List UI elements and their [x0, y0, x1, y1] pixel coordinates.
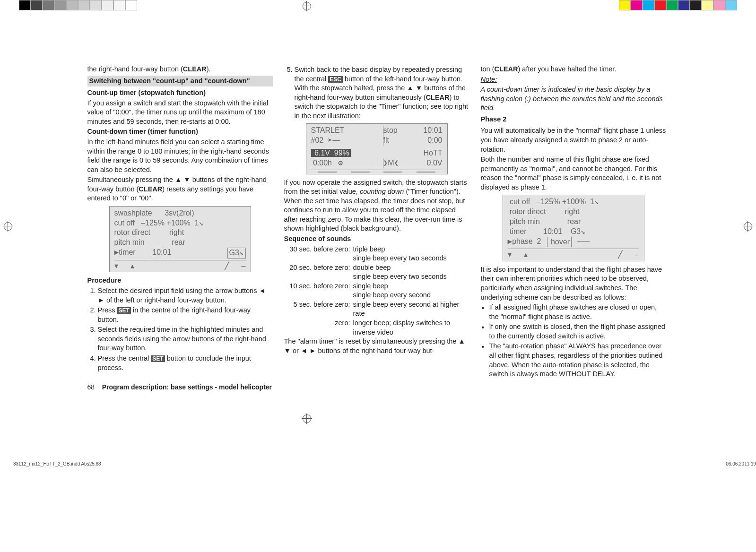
lcd-panel-2: STARLET stop 10:01 #02 ➤― flt 0:00 6.1V … — [306, 123, 448, 174]
tick-icon: ╱ — [225, 261, 229, 271]
text: Simultaneously pressing the ▲ ▼ buttons … — [87, 175, 273, 203]
set-label: SET — [117, 307, 131, 314]
down-arrow-icon: ▾ — [508, 250, 512, 260]
note-heading: Note: — [481, 75, 666, 85]
heading-phase-2: Phase 2 — [481, 115, 666, 126]
heading-procedure: Procedure — [87, 276, 273, 285]
tick-icon: ╱ — [618, 250, 623, 260]
text: The "alarm timer" is reset by simultaneo… — [284, 337, 469, 355]
page-content: the right-hand four-way button (CLEAR). … — [87, 65, 669, 380]
text: It is also important to understand that … — [481, 265, 666, 302]
dash-icon: – — [242, 261, 246, 271]
list-item: Select the desired input field using the… — [98, 286, 273, 305]
lcd-panel-3: cut off –125% +100% 1↘ rotor direct righ… — [503, 195, 644, 261]
text: You will automatically be in the "normal… — [481, 126, 666, 154]
column-2: Switch back to the basic display by repe… — [284, 65, 469, 380]
list-item: Switch back to the basic display by repe… — [295, 65, 469, 121]
dash-icon: – — [635, 250, 639, 260]
text: If you now operate the assigned switch, … — [284, 178, 469, 233]
page-number: 68 — [87, 383, 95, 391]
heading-count-down: Count-down timer (timer function) — [87, 127, 273, 137]
procedure-list-cont: Switch back to the basic display by repe… — [284, 65, 469, 121]
registration-mark-icon — [303, 2, 311, 10]
priority-list: If all assigned flight phase switches ar… — [481, 303, 666, 379]
set-label: SET — [151, 355, 165, 362]
heading-sounds: Sequence of sounds — [284, 234, 469, 244]
registration-mark-icon — [4, 222, 12, 231]
file-info: 33112_mx12_HoTT_2_GB.indd Abs25:68 — [13, 461, 101, 467]
column-3: ton (CLEAR) after you have halted the ti… — [481, 65, 666, 380]
list-item: Select the required time in the highligh… — [98, 325, 273, 353]
text: the right-hand four-way button (CLEAR). — [87, 65, 273, 74]
text: In the left-hand minutes field you can s… — [87, 138, 273, 174]
list-item: If only one switch is closed, then the f… — [481, 322, 666, 341]
note-text: A count-down timer is indicated in the b… — [481, 85, 666, 113]
timestamp: 06.06.2011 19:39:38 — [726, 461, 756, 467]
registration-mark-icon — [744, 222, 752, 231]
lcd-panel-1: swashplate 3sv(2rol) cut off –125% +100%… — [109, 206, 251, 273]
section-band: Switching between "count-up" and "count-… — [87, 76, 273, 87]
procedure-list: Select the desired input field using the… — [87, 286, 273, 372]
text: If you assign a switch and start the sto… — [87, 99, 273, 127]
heading-count-up: Count-up timer (stopwatch function) — [87, 88, 273, 98]
print-color-bars — [0, 0, 756, 10]
registration-mark-icon — [303, 414, 311, 423]
footer-title: Program description: base settings - mod… — [102, 383, 272, 391]
sounds-table: 30 sec. before zero:triple beep single b… — [284, 245, 469, 337]
list-item: If all assigned flight phase switches ar… — [481, 303, 666, 321]
down-arrow-icon: ▾ — [114, 261, 118, 271]
text: ton (CLEAR) after you have halted the ti… — [481, 65, 666, 74]
page-footer: 68 Program description: base settings - … — [87, 383, 669, 392]
list-item: The "auto-rotation phase" ALWAYS has pre… — [481, 342, 666, 379]
column-1: the right-hand four-way button (CLEAR). … — [87, 65, 273, 380]
print-meta: 33112_mx12_HoTT_2_GB.indd Abs25:68 06.06… — [13, 461, 756, 467]
list-item: Press the central SET button to conclude… — [98, 354, 273, 372]
up-arrow-icon: ▴ — [130, 261, 134, 271]
esc-label: ESC — [328, 76, 343, 83]
text: Both the number and name of this flight … — [481, 155, 666, 192]
up-arrow-icon: ▴ — [524, 250, 528, 260]
list-item: Press SET in the centre of the right-han… — [98, 306, 273, 324]
